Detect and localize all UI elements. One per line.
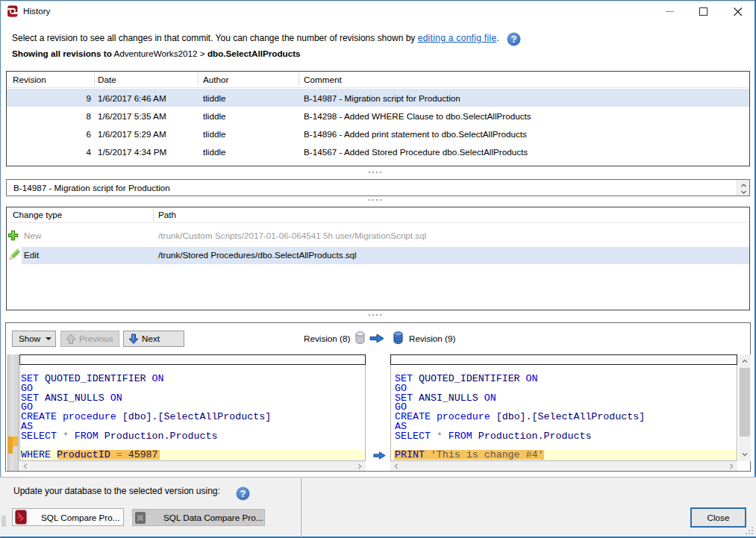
svg-text:?: ? [240, 488, 246, 499]
svg-text:?: ? [511, 34, 517, 45]
